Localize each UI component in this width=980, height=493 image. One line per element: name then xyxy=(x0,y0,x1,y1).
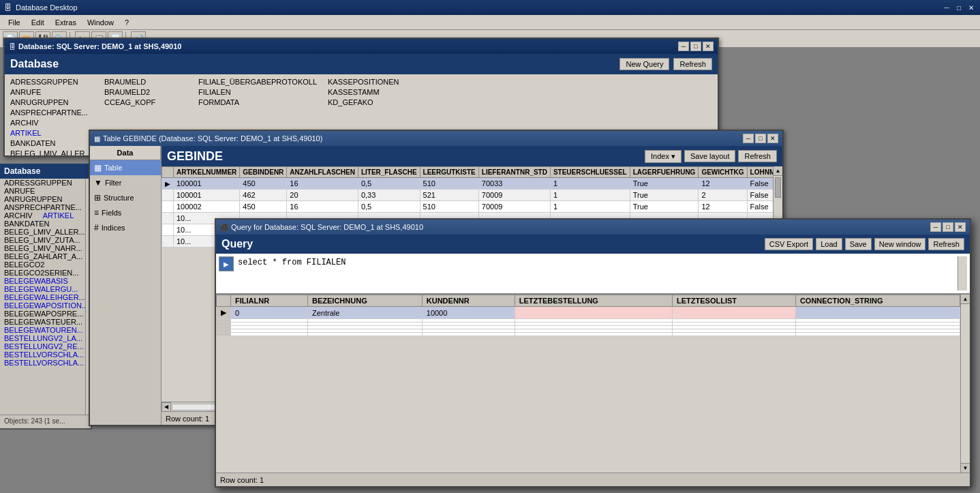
cell-lieferantnr: 70033 xyxy=(478,178,550,190)
db-item-kassepositionen[interactable]: KASSEPOSITIONEN xyxy=(325,77,414,87)
db-item-beleg-lmiv[interactable]: BELEG_LMIV_ALLER... xyxy=(7,149,96,155)
scroll-thumb[interactable] xyxy=(775,177,781,198)
menu-window[interactable]: Window xyxy=(82,17,119,28)
result-row[interactable]: ▶ 0 Zentrale 10000 xyxy=(217,307,960,319)
nav-item-indices[interactable]: # Indices xyxy=(90,220,161,235)
query-close-btn[interactable]: ✕ xyxy=(955,222,966,232)
menu-extras[interactable]: Extras xyxy=(50,17,82,28)
db-item-kd-gefako[interactable]: KD_GEFAKO xyxy=(325,98,414,107)
db-close-btn[interactable]: ✕ xyxy=(703,42,714,51)
filter-nav-icon: ▼ xyxy=(94,178,102,188)
index-btn[interactable]: Index ▾ xyxy=(645,150,682,163)
nav-item-table[interactable]: ▦ Table xyxy=(90,160,161,175)
query-titlebar-icon: ⬛ xyxy=(220,224,228,231)
db-new-query-btn[interactable]: New Query xyxy=(619,58,669,70)
nav-item-fields[interactable]: ≡ Fields xyxy=(90,205,161,220)
nav-label-indices: Indices xyxy=(102,224,125,232)
db-item-archiv[interactable]: ARCHIV xyxy=(7,118,96,128)
csv-export-btn[interactable]: CSV Export xyxy=(765,238,813,250)
close-button[interactable]: ✕ xyxy=(966,3,976,12)
cell-steuer: 1 xyxy=(550,201,630,213)
db-item-anrugruppen[interactable]: ANRUGRUPPEN xyxy=(7,98,96,107)
db-refresh-btn[interactable]: Refresh xyxy=(673,58,712,70)
app-title-bar: 🗄 Database Desktop ─ □ ✕ xyxy=(0,0,980,15)
result-header-row: FILIALNR BEZEICHNUNG KUNDENNR LETZTEBEST… xyxy=(217,295,960,307)
db-item-bankdaten[interactable]: BANKDATEN xyxy=(7,138,96,148)
save-layout-btn[interactable]: Save layout xyxy=(684,150,735,162)
cell-liter: 0,33 xyxy=(358,190,420,201)
table-gebinde-title: Table GEBINDE (Database: SQL Server: DEM… xyxy=(103,134,743,143)
db-item-ansprechpartne[interactable]: ANSPRECHPARTNE... xyxy=(7,108,96,117)
new-window-btn[interactable]: New window xyxy=(874,238,926,250)
table-row[interactable]: ▶ 100001 450 16 0,5 510 70033 1 True 1 xyxy=(162,178,774,190)
col-anzahlflaschen: ANZAHLFLASCHEN xyxy=(287,167,358,178)
cell-artikelnummer: 100001 xyxy=(174,190,240,201)
result-bezeichnung: Zentrale xyxy=(308,307,423,319)
db-item-anrufe[interactable]: ANRUFE xyxy=(7,87,96,97)
table-row[interactable]: 100002 450 16 0,5 510 70009 1 True 12 xyxy=(162,201,774,213)
db-item-filialen[interactable]: FILIALEN xyxy=(196,87,320,97)
nav-item-filter[interactable]: ▼ Filter xyxy=(90,175,161,190)
query-maximize-btn[interactable]: □ xyxy=(943,222,953,232)
menu-edit[interactable]: Edit xyxy=(26,17,50,28)
load-btn[interactable]: Load xyxy=(816,238,842,250)
table-data-header: GEBINDE Index ▾ Save layout Refresh xyxy=(162,146,782,166)
db-minimize-btn[interactable]: ─ xyxy=(678,42,689,51)
table-maximize-btn[interactable]: □ xyxy=(755,134,766,143)
result-filialnr: 0 xyxy=(231,307,308,319)
cell-lohnmost: False xyxy=(747,201,773,213)
scroll-left-btn[interactable]: ◀ xyxy=(162,402,171,412)
db-header-title: Database xyxy=(10,58,615,70)
left-panel-tabs: Data xyxy=(90,146,161,160)
db-maximize-btn[interactable]: □ xyxy=(690,42,701,51)
nav-label-structure: Structure xyxy=(104,194,134,202)
table-minimize-btn[interactable]: ─ xyxy=(743,134,754,143)
nav-item-structure[interactable]: ⊞ Structure xyxy=(90,190,161,205)
scroll-up-btn[interactable]: ▲ xyxy=(774,166,782,176)
db-item-artikel[interactable]: ARTIKEL xyxy=(7,128,96,138)
result-letztesollist xyxy=(673,307,796,319)
cell-gewicht: 2 xyxy=(699,190,747,201)
db-item-adressgruppen[interactable]: ADRESSGRUPPEN xyxy=(7,77,96,87)
query-text-input[interactable]: select * from FILIALEN xyxy=(236,256,955,290)
db-item-formdata[interactable]: FORMDATA xyxy=(196,98,320,107)
table-close-btn[interactable]: ✕ xyxy=(767,134,778,143)
menu-bar: File Edit Extras Window ? xyxy=(0,15,980,30)
db-item-cceag-kopf[interactable]: CCEAG_KOPF xyxy=(102,98,190,107)
db-item-braumeld2[interactable]: BRAUMELD2 xyxy=(102,87,190,97)
db-col-1: ADRESSGRUPPEN ANRUFE ANRUGRUPPEN ANSPREC… xyxy=(7,77,96,153)
save-btn[interactable]: Save xyxy=(845,238,872,250)
sidebar-item-bestellvorschla2[interactable]: BESTELLVORSCHLA... xyxy=(0,357,88,368)
table-refresh-btn[interactable]: Refresh xyxy=(738,150,777,162)
cell-gebindenr: 450 xyxy=(240,178,287,190)
col-lieferantnr: LIEFERANTNR_STD xyxy=(478,167,550,178)
result-connection-string xyxy=(795,307,960,319)
menu-help[interactable]: ? xyxy=(119,17,134,28)
result-vertical-scrollbar[interactable]: ▲ ▼ xyxy=(960,295,970,473)
db-item-braumeld[interactable]: BRAUMELD xyxy=(102,77,190,87)
cell-lager: True xyxy=(630,178,699,190)
maximize-button[interactable]: □ xyxy=(954,3,964,12)
result-table: FILIALNR BEZEICHNUNG KUNDENNR LETZTEBEST… xyxy=(216,295,960,336)
cell-gewicht: 12 xyxy=(699,178,747,190)
table-nav-icon: ▦ xyxy=(94,163,102,173)
query-editor-scrollbar[interactable] xyxy=(958,256,967,290)
query-minimize-btn[interactable]: ─ xyxy=(930,222,941,232)
cell-steuer: 1 xyxy=(550,190,630,201)
menu-file[interactable]: File xyxy=(3,17,26,28)
query-editor: ▶ select * from FILIALEN xyxy=(216,254,970,295)
result-scroll-down[interactable]: ▼ xyxy=(961,463,970,473)
db-item-filiale-uebergabe[interactable]: FILIALE_ÜBERGABEPROTOKOLL xyxy=(196,77,320,87)
cell-lager: True xyxy=(630,190,699,201)
db-item-kassestamm[interactable]: KASSESTAMM xyxy=(325,87,414,97)
minimize-button[interactable]: ─ xyxy=(942,3,951,12)
app-icon: 🗄 xyxy=(4,3,12,12)
table-row[interactable]: 100001 462 20 0,33 521 70009 1 True 2 xyxy=(162,190,774,201)
cell-anzahlflaschen: 16 xyxy=(287,178,358,190)
query-run-icon[interactable]: ▶ xyxy=(219,256,234,271)
tab-data[interactable]: Data xyxy=(90,146,161,160)
cell-gebindenr: 450 xyxy=(240,201,287,213)
query-refresh-btn[interactable]: Refresh xyxy=(928,238,964,250)
table-gebinde-titlebar: ▦ Table GEBINDE (Database: SQL Server: D… xyxy=(90,131,782,146)
result-scroll-up[interactable]: ▲ xyxy=(961,295,970,304)
